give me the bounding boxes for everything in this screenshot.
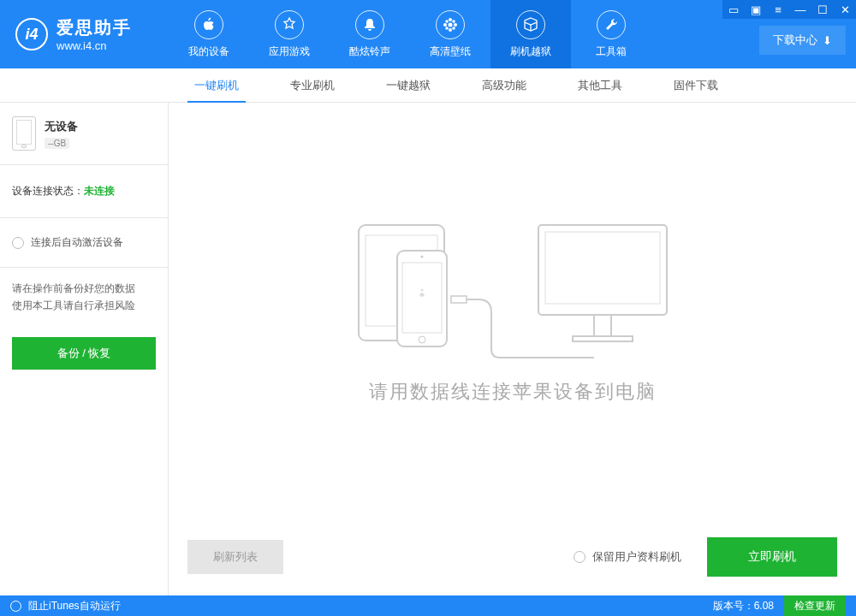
connection-status: 设备连接状态：未连接 bbox=[0, 165, 168, 218]
svg-point-5 bbox=[454, 23, 457, 27]
window-controls: ▭ ▣ ≡ — ☐ ✕ bbox=[722, 0, 856, 19]
svg-point-8 bbox=[445, 27, 449, 30]
nav-label: 刷机越狱 bbox=[510, 44, 551, 59]
appstore-icon bbox=[275, 10, 304, 39]
feedback-icon[interactable]: ▭ bbox=[722, 0, 745, 19]
svg-point-0 bbox=[282, 18, 296, 32]
keep-data-label: 保留用户资料刷机 bbox=[592, 549, 681, 565]
nav-label: 应用游戏 bbox=[269, 44, 310, 59]
apple-icon bbox=[194, 10, 223, 39]
bell-icon bbox=[355, 10, 384, 39]
flash-now-button[interactable]: 立即刷机 bbox=[707, 537, 837, 577]
auto-activate-option[interactable]: 连接后自动激活设备 bbox=[0, 218, 168, 268]
svg-point-16 bbox=[420, 256, 423, 258]
svg-point-17 bbox=[420, 289, 423, 292]
main-content: 请用数据线连接苹果设备到电脑 刷新列表 保留用户资料刷机 立即刷机 bbox=[169, 103, 856, 595]
subnav-item-1[interactable]: 专业刷机 bbox=[265, 68, 360, 102]
status-label: 设备连接状态： bbox=[12, 185, 84, 197]
nav-label: 工具箱 bbox=[596, 44, 627, 59]
header: i4 爱思助手 www.i4.cn 我的设备应用游戏酷炫铃声高清壁纸刷机越狱工具… bbox=[0, 0, 856, 68]
svg-point-3 bbox=[449, 28, 452, 32]
status-value: 未连接 bbox=[84, 185, 115, 197]
nav-item-bell[interactable]: 酷炫铃声 bbox=[330, 0, 410, 68]
auto-activate-label: 连接后自动激活设备 bbox=[31, 235, 123, 250]
svg-point-1 bbox=[449, 22, 453, 27]
app-url: www.i4.cn bbox=[56, 39, 132, 52]
maximize-icon[interactable]: ☐ bbox=[811, 0, 834, 19]
minimize-icon[interactable]: — bbox=[789, 0, 811, 19]
refresh-list-button[interactable]: 刷新列表 bbox=[187, 540, 283, 574]
svg-rect-18 bbox=[451, 296, 467, 303]
nav-item-box[interactable]: 刷机越狱 bbox=[490, 0, 571, 68]
block-itunes-option[interactable]: 阻止iTunes自动运行 bbox=[10, 599, 121, 613]
sidebar: 无设备 --GB 设备连接状态：未连接 连接后自动激活设备 请在操作前备份好您的… bbox=[0, 103, 169, 595]
nav-item-apple[interactable]: 我的设备 bbox=[169, 0, 249, 68]
svg-point-7 bbox=[452, 20, 455, 23]
logo-icon: i4 bbox=[15, 18, 48, 50]
warning-text: 请在操作前备份好您的数据 使用本工具请自行承担风险 bbox=[0, 268, 168, 327]
svg-rect-13 bbox=[397, 251, 447, 346]
svg-rect-22 bbox=[573, 336, 633, 341]
sub-nav: 一键刷机专业刷机一键越狱高级功能其他工具固件下载 bbox=[0, 68, 856, 103]
subnav-item-4[interactable]: 其他工具 bbox=[552, 68, 648, 102]
check-update-button[interactable]: 检查更新 bbox=[784, 595, 846, 616]
subnav-item-5[interactable]: 固件下载 bbox=[648, 68, 744, 102]
nav-item-appstore[interactable]: 应用游戏 bbox=[249, 0, 330, 68]
svg-point-6 bbox=[445, 20, 449, 23]
wrench-icon bbox=[597, 10, 626, 39]
close-icon[interactable]: ✕ bbox=[834, 0, 856, 19]
block-itunes-label: 阻止iTunes自动运行 bbox=[28, 599, 121, 613]
warning-line1: 请在操作前备份好您的数据 bbox=[12, 280, 156, 297]
subnav-item-3[interactable]: 高级功能 bbox=[456, 68, 552, 102]
warning-line2: 使用本工具请自行承担风险 bbox=[12, 297, 156, 314]
devices-svg bbox=[342, 216, 684, 362]
svg-point-9 bbox=[452, 27, 455, 30]
version-info: 版本号：6.08 bbox=[703, 599, 784, 613]
subnav-item-0[interactable]: 一键刷机 bbox=[169, 68, 265, 102]
connect-prompt: 请用数据线连接苹果设备到电脑 bbox=[369, 379, 657, 405]
box-icon bbox=[516, 10, 545, 39]
flower-icon bbox=[436, 10, 465, 39]
svg-rect-20 bbox=[545, 232, 660, 304]
nav-label: 酷炫铃声 bbox=[349, 44, 390, 59]
radio-icon bbox=[574, 551, 586, 563]
device-info: 无设备 --GB bbox=[0, 103, 168, 165]
radio-icon bbox=[10, 601, 21, 612]
backup-restore-button[interactable]: 备份 / 恢复 bbox=[12, 337, 156, 370]
nav-item-wrench[interactable]: 工具箱 bbox=[571, 0, 651, 68]
app-title: 爱思助手 bbox=[56, 16, 132, 39]
download-icon: ⬇ bbox=[823, 34, 832, 47]
subnav-item-2[interactable]: 一键越狱 bbox=[360, 68, 456, 102]
phone-icon bbox=[12, 116, 36, 151]
nav-label: 高清壁纸 bbox=[430, 44, 471, 59]
footer: 阻止iTunes自动运行 版本号：6.08 检查更新 bbox=[0, 595, 856, 616]
skin-icon[interactable]: ▣ bbox=[745, 0, 767, 19]
logo-area: i4 爱思助手 www.i4.cn bbox=[0, 16, 169, 52]
menu-icon[interactable]: ≡ bbox=[767, 0, 789, 19]
nav-item-flower[interactable]: 高清壁纸 bbox=[410, 0, 490, 68]
nav-label: 我的设备 bbox=[188, 44, 229, 59]
download-center-button[interactable]: 下载中心 ⬇ bbox=[759, 26, 846, 55]
download-center-label: 下载中心 bbox=[773, 33, 817, 48]
device-name: 无设备 bbox=[45, 119, 78, 134]
svg-point-4 bbox=[443, 23, 447, 27]
svg-rect-21 bbox=[594, 315, 611, 336]
keep-user-data-option[interactable]: 保留用户资料刷机 bbox=[574, 549, 681, 565]
radio-icon bbox=[12, 237, 24, 249]
device-size: --GB bbox=[45, 138, 69, 149]
svg-point-2 bbox=[449, 18, 452, 21]
main-nav: 我的设备应用游戏酷炫铃声高清壁纸刷机越狱工具箱 bbox=[169, 0, 651, 68]
connect-illustration: 请用数据线连接苹果设备到电脑 bbox=[169, 103, 856, 518]
svg-rect-19 bbox=[538, 225, 667, 315]
bottom-bar: 刷新列表 保留用户资料刷机 立即刷机 bbox=[169, 518, 856, 595]
